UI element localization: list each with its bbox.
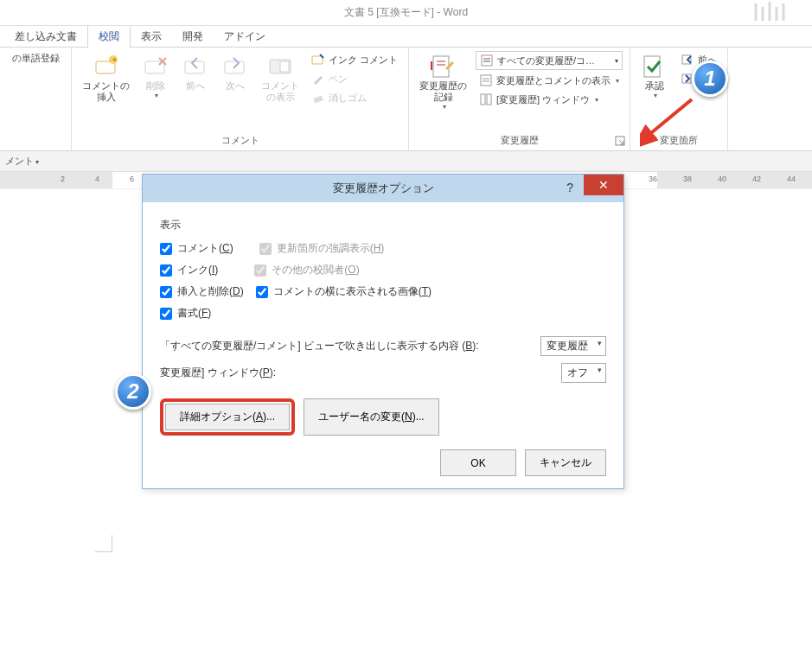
show-markup-button[interactable]: 変更履歴とコメントの表示 bbox=[476, 72, 623, 89]
ribbon-group-tracking: 変更履歴の 記録 すべての変更履歴/コ… ▾ 変更履歴とコメントの表示 [変更履… bbox=[409, 48, 630, 150]
track-changes-icon bbox=[430, 53, 457, 80]
chk-comments-label: コメント(C) bbox=[177, 241, 233, 256]
tab-mailings[interactable]: 差し込み文書 bbox=[4, 26, 87, 48]
show-comments-button[interactable]: コメント の表示 bbox=[258, 51, 303, 105]
page-corner-icon bbox=[95, 535, 112, 552]
chk-ink-label: インク(I) bbox=[177, 263, 218, 277]
next-comment-icon bbox=[221, 53, 249, 80]
pen-label: ペン bbox=[329, 73, 348, 86]
chk-other-authors-box[interactable] bbox=[254, 264, 266, 277]
next-comment-button[interactable]: 次へ bbox=[218, 51, 253, 93]
ink-comment-button[interactable]: インク コメント bbox=[308, 51, 401, 68]
delete-comment-button[interactable]: 削除 bbox=[138, 51, 173, 102]
change-username-button[interactable]: ユーザー名の変更(N)... bbox=[304, 398, 439, 436]
window-title: 文書 5 [互換モード] - Word bbox=[344, 5, 468, 20]
svg-rect-15 bbox=[312, 56, 323, 64]
chk-highlight[interactable]: 更新箇所の強調表示(H) bbox=[259, 241, 385, 256]
eraser-button[interactable]: 消しゴム bbox=[308, 89, 401, 106]
dialog-titlebar[interactable]: 変更履歴オプション ? ✕ bbox=[143, 175, 623, 202]
balloon-label: 「すべての変更履歴/コメント] ビューで吹き出しに表示する内容 (B): bbox=[160, 339, 479, 353]
prev-comment-button[interactable]: 前へ bbox=[178, 51, 213, 93]
chk-insdel[interactable]: 挿入と削除(D) bbox=[160, 284, 244, 299]
chk-highlight-box[interactable] bbox=[259, 243, 272, 255]
track-changes-button[interactable]: 変更履歴の 記録 bbox=[416, 51, 470, 113]
accept-button[interactable]: 承認 bbox=[637, 51, 672, 102]
reviewing-pane-button[interactable]: [変更履歴] ウィンドウ bbox=[476, 91, 623, 108]
chk-format[interactable]: 書式(F) bbox=[160, 306, 211, 321]
reviewing-pane-icon bbox=[479, 92, 493, 106]
chk-ink[interactable]: インク(I) bbox=[160, 263, 218, 277]
title-bar: 文書 5 [互換モード] - Word bbox=[0, 0, 812, 26]
ink-comment-icon bbox=[311, 53, 325, 67]
balloon-value: 変更履歴 bbox=[547, 340, 588, 352]
ribbon-tabs: 差し込み文書 校閲 表示 開発 アドイン bbox=[0, 26, 812, 48]
show-markup-icon bbox=[479, 73, 493, 87]
track-changes-label: 変更履歴の 記録 bbox=[419, 80, 467, 103]
balloon-select[interactable]: 変更履歴 bbox=[540, 336, 606, 356]
svg-text:✶: ✶ bbox=[111, 56, 117, 64]
changes-prev-icon bbox=[681, 53, 694, 67]
ink-comment-label: インク コメント bbox=[329, 54, 398, 67]
cancel-button[interactable]: キャンセル bbox=[525, 449, 606, 476]
tracking-options-launcher[interactable] bbox=[615, 136, 627, 148]
word-registration-button[interactable]: の単語登録 bbox=[7, 51, 64, 66]
advanced-options-button[interactable]: 詳細オプション(A)... bbox=[165, 404, 290, 430]
tab-view[interactable]: 表示 bbox=[131, 26, 172, 48]
chk-other-authors[interactable]: その他の校閲者(O) bbox=[254, 263, 359, 277]
svg-rect-17 bbox=[433, 56, 449, 77]
chk-pictures[interactable]: コメントの横に表示される画像(T) bbox=[256, 284, 432, 299]
accept-icon bbox=[641, 53, 668, 80]
reviewpane-select[interactable]: オフ bbox=[561, 363, 606, 383]
tab-developer[interactable]: 開発 bbox=[172, 26, 214, 48]
chk-pictures-label: コメントの横に表示される画像(T) bbox=[273, 284, 432, 299]
reviewing-pane-label: [変更履歴] ウィンドウ bbox=[496, 93, 590, 106]
dialog-close-button[interactable]: ✕ bbox=[584, 175, 623, 195]
chk-comments-box[interactable] bbox=[160, 243, 172, 255]
group-label bbox=[7, 145, 64, 149]
group-tracking-label: 変更履歴 bbox=[416, 132, 623, 149]
chk-comments[interactable]: コメント(C) bbox=[160, 241, 233, 256]
word-registration-label: の単語登録 bbox=[12, 53, 60, 64]
chk-highlight-label: 更新箇所の強調表示(H) bbox=[277, 241, 385, 256]
ok-button[interactable]: OK bbox=[440, 449, 516, 476]
new-comment-icon: ✶ bbox=[93, 53, 120, 80]
sub-toolbar: メント bbox=[0, 151, 812, 172]
chk-ink-box[interactable] bbox=[160, 264, 172, 277]
annotation-arrow-icon bbox=[640, 95, 700, 150]
eraser-icon bbox=[311, 91, 325, 105]
next-label: 次へ bbox=[226, 80, 245, 92]
dialog-help-button[interactable]: ? bbox=[559, 179, 580, 196]
svg-line-33 bbox=[647, 99, 692, 137]
reviewpane-value: オフ bbox=[567, 366, 588, 379]
show-comments-label: コメント の表示 bbox=[261, 80, 299, 103]
chk-format-box[interactable] bbox=[160, 308, 172, 320]
ribbon-group-proofing: の単語登録 bbox=[0, 48, 72, 150]
tab-addins[interactable]: アドイン bbox=[214, 26, 276, 48]
section-show-label: 表示 bbox=[160, 218, 606, 232]
display-for-review-dropdown[interactable]: すべての変更履歴/コ… ▾ bbox=[476, 51, 623, 70]
pen-button[interactable]: ペン bbox=[308, 70, 401, 87]
app-logo-icon bbox=[751, 2, 795, 25]
chk-insdel-box[interactable] bbox=[160, 286, 172, 298]
svg-rect-28 bbox=[487, 94, 491, 105]
subtoolbar-item[interactable]: メント bbox=[5, 155, 39, 168]
pen-icon bbox=[311, 72, 325, 86]
delete-label: 削除 bbox=[146, 80, 165, 92]
chk-other-authors-label: その他の校閲者(O) bbox=[272, 263, 359, 277]
tracking-options-dialog: 変更履歴オプション ? ✕ 表示 コメント(C) 更新箇所の強調表示(H) イン… bbox=[142, 174, 624, 489]
tab-review[interactable]: 校閲 bbox=[87, 25, 131, 48]
advanced-highlight: 詳細オプション(A)... bbox=[160, 398, 295, 436]
chk-pictures-box[interactable] bbox=[256, 286, 268, 298]
svg-rect-14 bbox=[280, 61, 289, 72]
svg-rect-30 bbox=[644, 56, 660, 77]
dialog-title-text: 変更履歴オプション bbox=[333, 181, 434, 196]
annotation-badge-1: 1 bbox=[692, 60, 728, 97]
display-review-icon bbox=[480, 54, 494, 67]
chk-format-label: 書式(F) bbox=[177, 306, 211, 321]
display-review-label: すべての変更履歴/コ… bbox=[497, 54, 611, 67]
new-comment-label: コメントの 挿入 bbox=[82, 80, 130, 103]
new-comment-button[interactable]: ✶ コメントの 挿入 bbox=[79, 51, 133, 105]
svg-rect-16 bbox=[313, 95, 323, 103]
prev-comment-icon bbox=[182, 53, 209, 80]
chevron-down-icon: ▾ bbox=[615, 57, 618, 65]
